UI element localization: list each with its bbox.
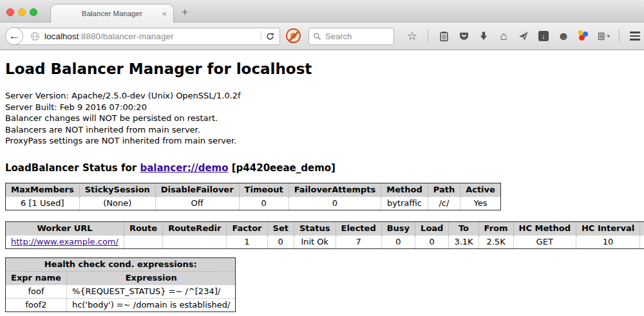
table-row: 6 [1 Used] (None) Off 0 0 bytraffic /c/ … (6, 196, 501, 210)
chevron-down-icon[interactable]: ▾ (607, 33, 610, 39)
health-table-title: Health check cond. expressions: (6, 257, 236, 271)
col-load: Load (415, 221, 449, 235)
plugin-blocked-icon[interactable] (286, 28, 301, 43)
col-route: Route (124, 221, 162, 235)
url-bar[interactable]: localhost:8880/balancer-manager (14, 28, 280, 45)
col-set: Set (267, 221, 294, 235)
col-expr-name: Expr name (6, 271, 67, 284)
col-path: Path (428, 183, 460, 196)
menu-hamburger-icon[interactable] (629, 30, 641, 42)
reload-icon[interactable] (265, 32, 275, 41)
url-text: localhost:8880/balancer-manager (44, 32, 257, 41)
balancer-demo-link[interactable]: balancer://demo (140, 162, 228, 174)
tab-title: Balancer Manager (82, 10, 142, 17)
pocket-icon[interactable] (457, 30, 470, 42)
container-addon-icon[interactable]: ▾ (597, 30, 610, 42)
col-hc-interval: HC Interval (576, 221, 639, 235)
col-failoverattempts: FailoverAttempts (289, 183, 381, 196)
url-path: :8880/balancer-manager (79, 32, 173, 41)
col-from: From (478, 221, 513, 235)
table-header-row: MaxMembers StickySession DisableFailover… (6, 183, 501, 196)
search-input[interactable]: Search (308, 28, 394, 45)
clipboard-icon[interactable] (437, 30, 450, 42)
browser-window: Balancer Manager × + localhost:8880/bala… (0, 0, 644, 316)
col-hc-method: HC Method (513, 221, 576, 235)
tab-close-icon[interactable]: × (162, 9, 167, 19)
health-row-foof2: foof2 hc('body') =~ /domain is establish… (6, 298, 236, 311)
toolbar-icons: ☆ ⌂ ↓ ☻ ▾ (406, 27, 644, 45)
col-expression: Expression (66, 271, 236, 284)
colored-dots-addon-icon[interactable] (577, 30, 590, 42)
server-built-line: Server Built: Feb 9 2016 07:00:20 (5, 102, 639, 113)
persist-notice-line: Balancer changes will NOT be persisted o… (5, 113, 639, 124)
urlbar-divider (261, 31, 261, 42)
url-host: localhost (44, 32, 79, 41)
send-plane-icon[interactable] (517, 30, 530, 42)
toolbar-separator (428, 30, 428, 42)
table-header-row: Expr name Expression (6, 271, 236, 284)
proxypass-notice-line: ProxyPass settings are NOT inherited fro… (5, 135, 639, 147)
home-icon[interactable]: ⌂ (497, 30, 510, 42)
worker-table: Worker URL Route RouteRedir Factor Set S… (5, 221, 644, 249)
search-placeholder: Search (325, 32, 352, 41)
new-tab-button[interactable]: + (182, 6, 188, 19)
back-button[interactable]: ← (5, 27, 23, 45)
col-maxmembers: MaxMembers (6, 183, 80, 196)
server-version-line: Server Version: Apache/2.5.0-dev (Unix) … (5, 90, 639, 102)
balancer-settings-table: MaxMembers StickySession DisableFailover… (5, 183, 501, 210)
col-status: Status (294, 221, 336, 235)
worker-row: http://www.example.com/ 1 0 Init Ok 7 0 … (6, 235, 644, 248)
window-close-button[interactable] (6, 8, 14, 16)
tab-balancer-manager[interactable]: Balancer Manager × (50, 4, 174, 23)
tab-bar: Balancer Manager × + (0, 0, 644, 23)
col-disablefailover: DisableFailover (155, 183, 239, 196)
col-timeout: Timeout (239, 183, 289, 196)
health-check-table: Health check cond. expressions: Expr nam… (5, 257, 236, 312)
col-passes: Passes (640, 221, 644, 235)
table-header-row: Worker URL Route RouteRedir Factor Set S… (6, 221, 644, 235)
download-icon[interactable] (477, 30, 490, 42)
col-routeredir: RouteRedir (163, 221, 227, 235)
page-title: Load Balancer Manager for localhost (5, 60, 639, 77)
bookmark-star-icon[interactable]: ☆ (406, 30, 419, 42)
site-identity-globe-icon[interactable] (30, 32, 40, 41)
window-minimize-button[interactable] (18, 8, 26, 16)
col-elected: Elected (336, 221, 381, 235)
worker-url-link[interactable]: http://www.example.com/ (11, 237, 118, 246)
addon-download-icon[interactable]: ↓ (537, 30, 550, 42)
col-to: To (449, 221, 478, 235)
window-zoom-button[interactable] (30, 8, 37, 16)
col-busy: Busy (381, 221, 415, 235)
col-method: Method (381, 183, 428, 196)
health-table-title-row: Health check cond. expressions: (6, 257, 236, 271)
toolbar-separator (619, 30, 620, 42)
health-row-foof: foof %{REQUEST_STATUS} =~ /^[234]/ (6, 284, 236, 298)
search-icon (313, 32, 321, 41)
navigation-toolbar: localhost:8880/balancer-manager ← Search… (0, 23, 644, 50)
page-content: Load Balancer Manager for localhost Serv… (0, 50, 644, 316)
col-worker-url: Worker URL (6, 221, 124, 235)
inherit-notice-line: Balancers are NOT inherited from main se… (5, 124, 639, 136)
chat-smiley-icon[interactable]: ☻ (557, 30, 570, 42)
col-factor: Factor (227, 221, 267, 235)
col-stickysession: StickySession (79, 183, 155, 196)
col-active: Active (460, 183, 501, 196)
loadbalancer-status-heading: LoadBalancer Status for balancer://demo … (5, 162, 639, 174)
